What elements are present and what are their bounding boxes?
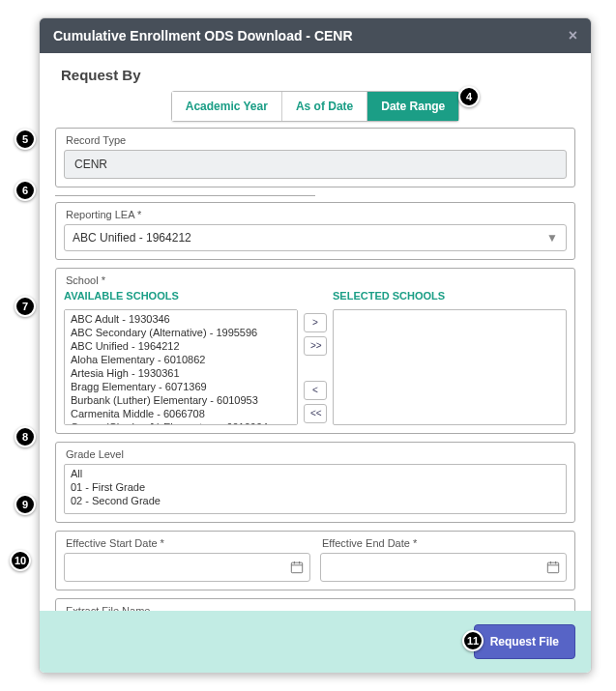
callout-badge: 4 — [458, 86, 480, 107]
school-section: School * AVAILABLE SCHOOLS SELECTED SCHO… — [55, 268, 575, 434]
close-icon[interactable]: × — [569, 27, 577, 44]
list-item[interactable]: ABC Unified - 1964212 — [69, 339, 293, 353]
dialog-header: Cumulative Enrollment ODS Download - CEN… — [40, 18, 591, 53]
start-date-label: Effective Start Date * — [66, 537, 310, 549]
callout-badge: 10 — [10, 550, 31, 571]
request-by-tabs: Academic Year As of Date Date Range — [171, 91, 460, 122]
callout-badge: 5 — [15, 129, 36, 150]
list-item[interactable]: All — [69, 467, 562, 480]
list-item[interactable]: Carmenita Middle - 6066708 — [69, 407, 293, 420]
request-file-button[interactable]: Request File — [474, 624, 575, 659]
available-schools-label: AVAILABLE SCHOOLS — [64, 290, 298, 302]
list-item[interactable]: Artesia High - 1930361 — [69, 366, 293, 380]
list-item[interactable]: 02 - Second Grade — [69, 494, 562, 507]
chevron-down-icon: ▼ — [546, 231, 558, 245]
school-label: School * — [66, 274, 567, 286]
callout-badge: 8 — [15, 426, 36, 447]
request-by-label: Request By — [61, 67, 575, 83]
transfer-buttons: > >> < << — [304, 309, 327, 425]
dates-section: Effective Start Date * Effective End Dat… — [55, 531, 575, 590]
extract-section: Extract File Name — [55, 598, 575, 611]
grade-level-section: Grade Level All01 - First Grade02 - Seco… — [55, 442, 575, 523]
selected-schools-list[interactable] — [333, 309, 567, 425]
dialog: Cumulative Enrollment ODS Download - CEN… — [39, 17, 592, 674]
dialog-body: Request By Academic Year As of Date Date… — [40, 53, 591, 611]
callout-badge: 9 — [15, 494, 36, 515]
selected-schools-label: SELECTED SCHOOLS — [333, 290, 567, 302]
callout-badge: 11 — [462, 630, 484, 651]
calendar-icon[interactable] — [290, 561, 304, 574]
record-type-section: Record Type CENR — [55, 128, 575, 187]
calendar-icon[interactable] — [546, 561, 560, 574]
reporting-lea-value: ABC Unified - 1964212 — [73, 231, 191, 245]
svg-rect-4 — [547, 562, 558, 573]
list-item[interactable]: 01 - First Grade — [69, 480, 562, 494]
grade-level-select[interactable]: All01 - First Grade02 - Second Grade — [64, 464, 567, 514]
divider — [55, 195, 315, 196]
reporting-lea-select[interactable]: ABC Unified - 1964212 ▼ — [64, 224, 567, 251]
move-all-right-button[interactable]: >> — [304, 336, 327, 356]
record-type-value: CENR — [64, 150, 567, 179]
list-item[interactable]: Carver (Charles J.) Elementary - 6010904 — [69, 420, 293, 425]
grade-level-label: Grade Level — [66, 448, 567, 460]
record-type-label: Record Type — [66, 134, 567, 146]
end-date-input[interactable] — [320, 553, 567, 582]
start-date-input[interactable] — [64, 553, 310, 582]
dialog-footer: Request File — [40, 611, 591, 673]
move-right-button[interactable]: > — [304, 313, 327, 332]
tab-as-of-date[interactable]: As of Date — [281, 92, 367, 121]
callout-badge: 7 — [15, 296, 36, 317]
list-item[interactable]: Aloha Elementary - 6010862 — [69, 353, 293, 366]
list-item[interactable]: ABC Adult - 1930346 — [69, 312, 293, 326]
list-item[interactable]: ABC Secondary (Alternative) - 1995596 — [69, 326, 293, 339]
list-item[interactable]: Bragg Elementary - 6071369 — [69, 380, 293, 393]
move-all-left-button[interactable]: << — [304, 404, 327, 423]
tab-date-range[interactable]: Date Range — [367, 92, 458, 121]
dialog-title: Cumulative Enrollment ODS Download - CEN… — [53, 28, 353, 43]
list-item[interactable]: Burbank (Luther) Elementary - 6010953 — [69, 393, 293, 407]
end-date-field[interactable] — [327, 560, 546, 575]
reporting-lea-section: Reporting LEA * ABC Unified - 1964212 ▼ — [55, 202, 575, 260]
callout-badge: 6 — [15, 180, 36, 201]
available-schools-list[interactable]: ABC Adult - 1930346ABC Secondary (Altern… — [64, 309, 298, 425]
move-left-button[interactable]: < — [304, 381, 327, 400]
end-date-label: Effective End Date * — [322, 537, 567, 549]
svg-rect-0 — [291, 562, 302, 573]
reporting-lea-label: Reporting LEA * — [66, 209, 567, 220]
start-date-field[interactable] — [71, 560, 290, 575]
tab-academic-year[interactable]: Academic Year — [172, 92, 281, 121]
